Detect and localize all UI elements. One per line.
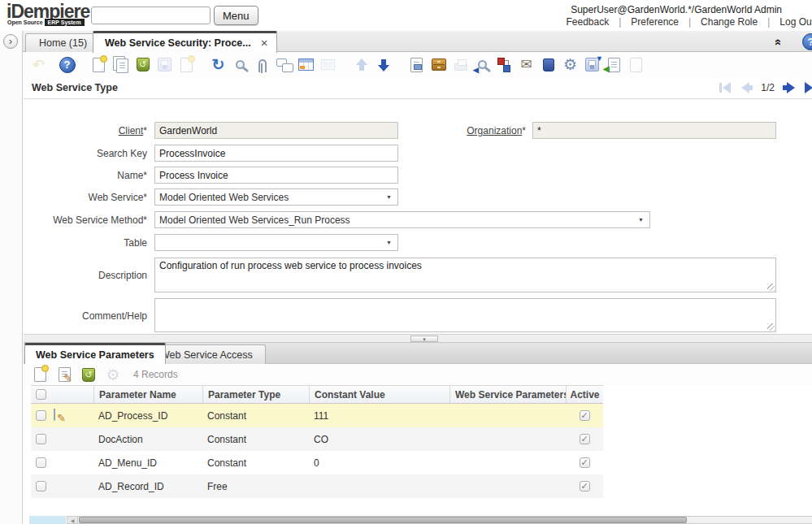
tab-web-service-security[interactable]: Web Service Security: Proce... × [93, 31, 277, 53]
chat-icon[interactable] [273, 54, 295, 76]
page-indicator[interactable] [29, 516, 66, 524]
resize-handle-icon[interactable] [767, 323, 775, 331]
column-parameter-type[interactable]: Parameter Type [202, 386, 309, 403]
tab-close-icon[interactable]: × [261, 38, 268, 48]
preference-link[interactable]: Preference [621, 16, 688, 28]
record-position: 1/2 [761, 82, 775, 93]
zoom-across-icon[interactable]: ◀ [471, 54, 493, 76]
workflow-icon[interactable] [493, 54, 515, 76]
detail-delete-icon[interactable]: ↺ [80, 366, 98, 383]
archive-icon[interactable] [428, 54, 449, 76]
web-service-method-label: Web Service Method* [24, 214, 147, 226]
detail-edit-icon[interactable]: ✎ [55, 366, 73, 383]
select-all-checkbox[interactable] [36, 389, 46, 400]
detail-toolbar: ✎ ↺ ⚙ 4 Records [24, 364, 812, 385]
active-checkbox[interactable]: ✓ [580, 410, 590, 421]
tab-home[interactable]: Home (15) [25, 33, 101, 52]
west-panel-toggle[interactable]: › [3, 34, 18, 49]
row-checkbox[interactable] [36, 481, 46, 492]
chevron-down-icon: ▼ [386, 194, 392, 200]
print-icon [449, 54, 471, 76]
grid-header: Parameter Name Parameter Type Constant V… [31, 385, 603, 404]
row-checkbox[interactable] [36, 457, 46, 468]
active-checkbox[interactable]: ✓ [580, 457, 590, 468]
cell-parameter-type: Free [202, 481, 309, 492]
collapse-header-icon[interactable]: « [771, 35, 786, 50]
export-icon[interactable]: ▼ [581, 54, 603, 76]
report-icon[interactable] [406, 54, 428, 76]
tab-web-service-parameters[interactable]: Web Service Parameters [24, 343, 166, 364]
main-toolbar: ↶ ? ↺ ↻ ◀ ✉ ⚙ ▼ ◀ [24, 52, 812, 77]
feedback-link[interactable]: Feedback [556, 16, 619, 28]
grid-toggle-icon[interactable] [295, 54, 317, 76]
logo-tagline: Open Source ERP System [7, 19, 89, 26]
product-info-icon[interactable] [537, 54, 559, 76]
next-record-icon[interactable] [782, 82, 796, 93]
attachment-icon[interactable] [251, 54, 273, 76]
column-web-service-parameters[interactable]: Web Service Parameters [449, 386, 566, 403]
chevron-down-icon: ▼ [638, 217, 644, 223]
name-label: Name* [24, 170, 147, 181]
client-field: GardenWorld [154, 122, 398, 139]
pane-splitter[interactable]: ▾ [24, 334, 812, 343]
page-title: Web Service Type [32, 82, 118, 93]
csv-import-icon[interactable]: ◀ [603, 54, 625, 76]
active-checkbox[interactable]: ✓ [580, 434, 590, 444]
find-icon[interactable] [229, 54, 251, 76]
process-icon[interactable]: ⚙ [559, 54, 581, 76]
search-key-input[interactable] [154, 145, 398, 162]
detail-record-icon[interactable] [372, 54, 394, 76]
copy-record-icon[interactable] [110, 54, 132, 76]
new-record-icon[interactable] [88, 54, 110, 76]
column-constant-value[interactable]: Constant Value [309, 386, 449, 403]
logo-title: iDempiere [7, 2, 89, 20]
menu-button[interactable]: Menu [214, 6, 258, 25]
save-icon [154, 54, 176, 76]
cell-parameter-name: AD_Record_ID [93, 481, 202, 492]
active-checkbox[interactable]: ✓ [580, 481, 590, 492]
cell-parameter-name: AD_Process_ID [93, 410, 202, 422]
web-service-method-select[interactable]: Model Oriented Web Services_Run Process … [154, 211, 650, 228]
global-search-input[interactable] [92, 10, 226, 21]
west-panel-collapsed [0, 31, 23, 524]
table-row[interactable]: AD_Menu_ID Constant 0 ✓ [31, 451, 603, 474]
resize-handle-icon[interactable] [767, 284, 775, 291]
help-icon[interactable]: ? [56, 54, 78, 76]
cell-parameter-type: Constant [202, 434, 309, 445]
last-record-icon[interactable] [803, 82, 812, 93]
column-parameter-name[interactable]: Parameter Name [93, 386, 202, 403]
table-select[interactable]: ▼ [154, 234, 398, 251]
horizontal-scrollbar[interactable]: ◀ [67, 516, 812, 524]
app-logo: iDempiere Open Source ERP System [7, 2, 89, 26]
row-checkbox[interactable] [36, 410, 46, 421]
description-textarea[interactable]: Configuration of run process web service… [154, 258, 776, 292]
requests-icon[interactable]: ✉ [515, 54, 537, 76]
change-role-link[interactable]: Change Role [691, 16, 767, 28]
select-all-cell [31, 386, 93, 403]
global-search[interactable] [91, 6, 211, 24]
column-active[interactable]: Active [566, 386, 603, 403]
first-record-icon [719, 82, 732, 93]
user-links: Feedback | Preference | Change Role | Lo… [556, 16, 812, 28]
card-view-icon [317, 54, 339, 76]
web-service-select[interactable]: Model Oriented Web Services ▼ [154, 188, 398, 206]
detail-new-icon[interactable] [31, 366, 49, 383]
cell-parameter-type: Constant [202, 457, 309, 469]
scroll-left-icon[interactable]: ◀ [67, 517, 78, 523]
name-input[interactable] [154, 167, 398, 184]
scrollbar-thumb[interactable] [79, 517, 687, 523]
logout-link[interactable]: Log Out [770, 16, 812, 28]
row-checkbox[interactable] [36, 434, 46, 444]
refresh-icon[interactable]: ↻ [207, 54, 229, 76]
row-edit-icon[interactable]: ✎ [54, 409, 67, 423]
idempiere-window: iDempiere Open Source ERP System Menu Su… [0, 0, 812, 524]
parameters-grid: Parameter Name Parameter Type Constant V… [31, 385, 603, 498]
table-row[interactable]: DocAction Constant CO ✓ [31, 427, 603, 451]
comment-help-textarea[interactable] [154, 298, 776, 332]
delete-record-icon[interactable]: ↺ [132, 54, 154, 76]
table-row[interactable]: AD_Record_ID Free ✓ [31, 474, 603, 498]
table-row[interactable]: ✎ AD_Process_ID Constant 111 ✓ [31, 404, 603, 427]
tab-home-label: Home (15) [39, 37, 87, 49]
splitter-collapse-button[interactable]: ▾ [410, 336, 438, 342]
records-count: 4 Records [133, 369, 178, 380]
